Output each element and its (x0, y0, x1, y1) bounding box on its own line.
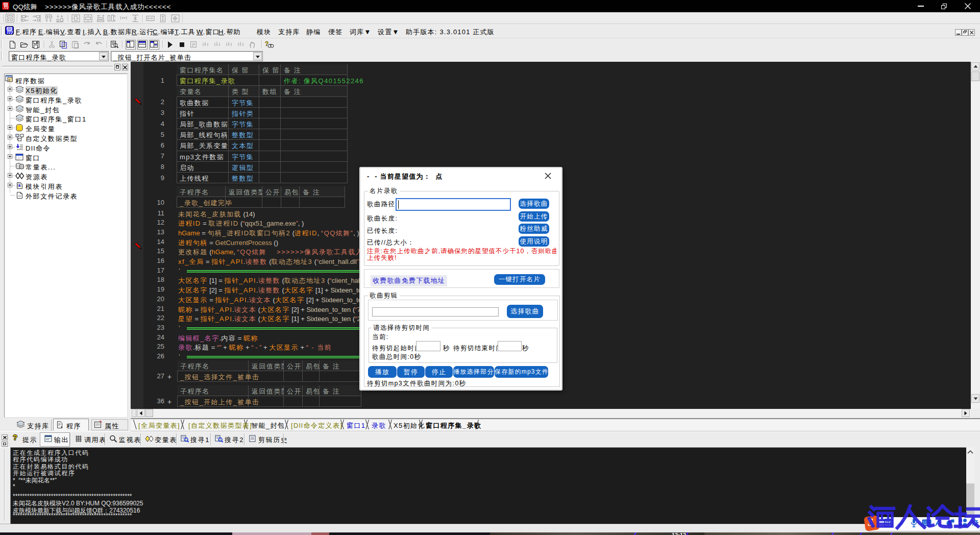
svg-text:e: e (9, 78, 11, 82)
